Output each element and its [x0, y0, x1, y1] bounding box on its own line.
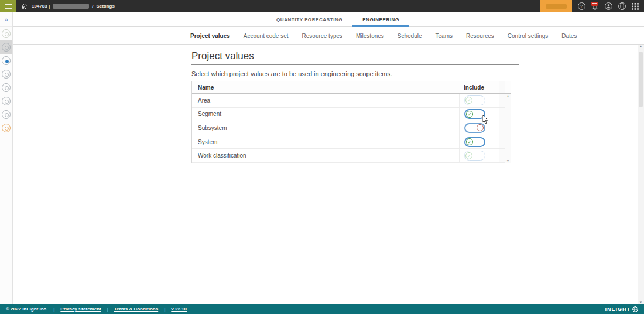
- notification-count-badge: [591, 2, 598, 6]
- sidebar-module-2-active[interactable]: [0, 40, 12, 54]
- hamburger-menu-icon[interactable]: [0, 0, 16, 12]
- scroll-up-icon[interactable]: ▲: [505, 94, 511, 98]
- breadcrumb-project-name-redacted: [53, 4, 89, 9]
- table-scrollbar[interactable]: ▲ ▼: [505, 94, 511, 163]
- sidebar-module-3[interactable]: [0, 54, 12, 67]
- page-title: Project values: [191, 50, 254, 62]
- column-header-name: Name: [192, 84, 459, 91]
- privacy-statement-link[interactable]: Privacy Statement: [60, 306, 101, 312]
- main-content: Project values Select which project valu…: [13, 45, 638, 304]
- table-row: System ✓: [192, 135, 511, 149]
- table-header-row: Name Include: [192, 81, 511, 94]
- title-divider: [191, 64, 519, 65]
- help-icon[interactable]: ?: [577, 2, 585, 11]
- tab-quantity-forecasting[interactable]: QUANTITY FORECASTING: [266, 12, 352, 27]
- globe-icon[interactable]: [618, 2, 626, 11]
- column-header-include: Include: [459, 81, 499, 93]
- tab-engineering[interactable]: ENGINEERING: [352, 12, 409, 27]
- table-row: Area ✓: [192, 94, 511, 108]
- row-name: Segment: [192, 111, 459, 117]
- copyright-text: © 2022 InEight Inc.: [6, 306, 47, 312]
- row-name: System: [192, 139, 459, 145]
- row-name: Work classification: [192, 152, 459, 159]
- subtab-control-settings[interactable]: Control settings: [508, 33, 548, 39]
- project-values-table: Name Include Area ✓ Segment ✓ Subsystem …: [191, 81, 511, 163]
- sidebar-module-4[interactable]: [0, 67, 12, 81]
- include-toggle-segment[interactable]: ✓: [464, 109, 485, 119]
- toggle-minus-icon: −: [477, 124, 484, 131]
- subtab-resources[interactable]: Resources: [466, 33, 494, 39]
- sidebar-module-5[interactable]: [0, 81, 12, 94]
- table-row: Subsystem −: [192, 121, 511, 135]
- notifications-bell-icon[interactable]: [591, 2, 599, 11]
- row-name: Subsystem: [192, 125, 459, 131]
- primary-action-button[interactable]: [540, 0, 572, 12]
- toggle-check-icon: ✓: [466, 111, 473, 118]
- subtab-project-values[interactable]: Project values: [190, 33, 230, 39]
- include-toggle-subsystem[interactable]: −: [464, 123, 485, 133]
- topbar-actions: ?: [540, 0, 644, 12]
- app-window: 104783 | / Settings ?: [0, 0, 644, 314]
- home-icon[interactable]: [16, 0, 32, 12]
- terms-conditions-link[interactable]: Terms & Conditions: [114, 306, 158, 312]
- toggle-check-icon: ✓: [465, 152, 472, 159]
- footer-bar: © 2022 InEight Inc. | Privacy Statement …: [0, 304, 644, 314]
- apps-grid-icon[interactable]: [631, 2, 639, 11]
- brand-text: INEIGHT: [605, 306, 631, 312]
- settings-tab-bar: QUANTITY FORECASTING ENGINEERING: [13, 12, 644, 27]
- breadcrumb: 104783 | / Settings: [32, 4, 115, 9]
- account-avatar-icon[interactable]: [604, 2, 612, 11]
- module-sidebar: »: [0, 12, 13, 304]
- subtab-teams[interactable]: Teams: [436, 33, 453, 39]
- module-icon-2: [2, 43, 11, 52]
- scroll-down-icon[interactable]: ▼: [505, 159, 511, 162]
- module-icon-7: [2, 110, 11, 119]
- sidebar-module-8[interactable]: [0, 121, 12, 135]
- breadcrumb-project-code: 104783 |: [32, 4, 50, 9]
- table-row: Segment ✓: [192, 108, 511, 122]
- breadcrumb-page: Settings: [96, 4, 115, 9]
- subtab-account-code-set[interactable]: Account code set: [244, 33, 289, 39]
- toggle-check-icon: ✓: [465, 97, 472, 104]
- page-scroll-up-icon[interactable]: ▲: [638, 45, 644, 48]
- page-scrollbar[interactable]: ▲ ▼: [638, 45, 644, 304]
- engineering-subtab-bar: Project values Account code set Resource…: [13, 27, 644, 45]
- version-link[interactable]: v 22.10: [171, 306, 187, 312]
- module-icon-3: [2, 56, 11, 65]
- sidebar-expand-icon[interactable]: »: [0, 12, 12, 27]
- toggle-check-icon: ✓: [466, 138, 473, 145]
- table-row: Work classification ✓: [192, 149, 511, 163]
- subtab-resource-types[interactable]: Resource types: [302, 33, 342, 39]
- sidebar-module-6[interactable]: [0, 94, 12, 108]
- include-toggle-work-classification[interactable]: ✓: [464, 151, 485, 161]
- module-icon-1: [2, 29, 11, 38]
- module-icon-4: [2, 70, 11, 78]
- row-name: Area: [192, 97, 459, 104]
- include-toggle-system[interactable]: ✓: [464, 137, 485, 147]
- module-icon-5: [2, 83, 11, 92]
- page-description: Select which project values are to be us…: [191, 70, 392, 77]
- subtab-schedule[interactable]: Schedule: [398, 33, 422, 39]
- module-icon-8: [2, 124, 11, 132]
- sidebar-module-7[interactable]: [0, 108, 12, 121]
- ineight-globe-icon: [632, 306, 638, 312]
- top-navigation-bar: 104783 | / Settings ?: [0, 0, 644, 12]
- module-icon-6: [2, 97, 11, 105]
- subtab-dates[interactable]: Dates: [561, 33, 577, 39]
- include-toggle-area[interactable]: ✓: [464, 95, 485, 105]
- sidebar-module-1[interactable]: [0, 27, 12, 40]
- page-scroll-thumb[interactable]: [639, 52, 643, 107]
- ineight-brand: INEIGHT: [605, 306, 638, 312]
- subtab-milestones[interactable]: Milestones: [356, 33, 384, 39]
- breadcrumb-separator: /: [92, 4, 93, 9]
- primary-action-label-redacted: [546, 4, 567, 9]
